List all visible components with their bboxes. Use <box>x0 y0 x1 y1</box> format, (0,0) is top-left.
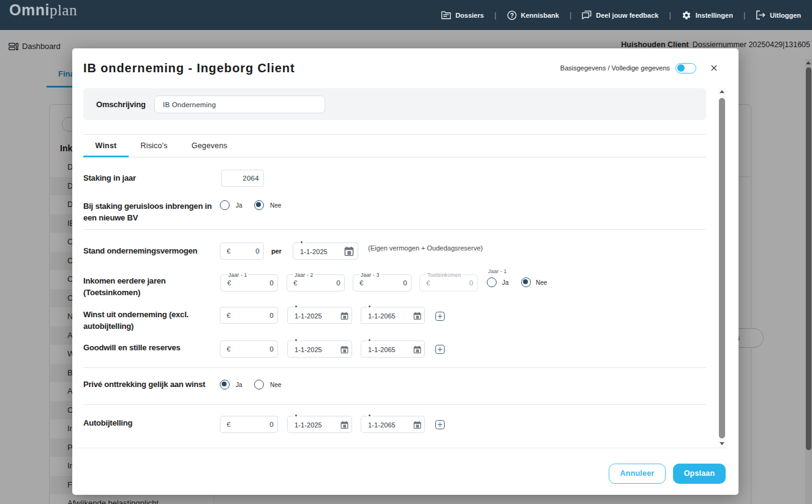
svg-text:?: ? <box>509 12 513 18</box>
